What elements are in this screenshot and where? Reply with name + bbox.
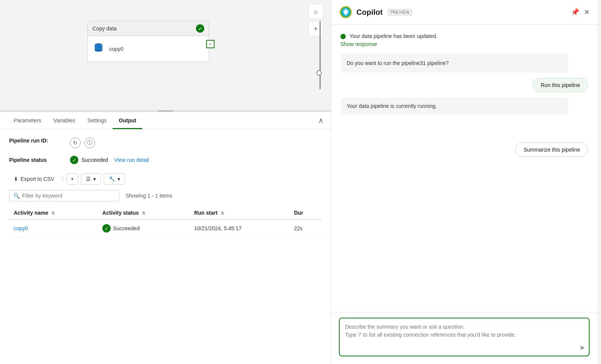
run-pipeline-question-text: Do you want to run the pipeline31 pipeli…: [347, 60, 449, 66]
pipeline-status-label: Pipeline status: [9, 157, 70, 163]
status-value: ✓ Succeeded View run detail: [70, 156, 149, 164]
sort-icon-activity-status[interactable]: ⇅: [142, 211, 145, 215]
run-pipeline-btn-label: Run this pipeline: [541, 82, 580, 88]
svg-point-2: [95, 49, 102, 52]
tab-variables[interactable]: Variables: [47, 112, 81, 129]
node-title: Copy data: [92, 25, 117, 32]
activity-status-cell: ✓ Succeeded: [98, 219, 189, 237]
col-activity-name: Activity name ⇅: [9, 207, 98, 219]
pipeline-status-row: Pipeline status ✓ Succeeded View run det…: [9, 156, 322, 164]
search-box: 🔍: [9, 190, 119, 201]
success-dot-icon: [340, 34, 346, 39]
status-text: Succeeded: [81, 157, 108, 163]
tab-settings[interactable]: Settings: [81, 112, 113, 129]
pin-button[interactable]: 📌: [571, 8, 579, 16]
collapse-panel-icon[interactable]: ∧: [318, 116, 323, 125]
copilot-header-actions: 📌 ✕: [571, 8, 590, 16]
tab-output[interactable]: Output: [113, 112, 142, 129]
canvas-area: Copy data ✓ copy0 ✓: [0, 0, 331, 110]
slider-track: [320, 21, 321, 89]
left-panel: Copy data ✓ copy0 ✓: [0, 0, 331, 364]
settings-wrench-button[interactable]: 🔧 ▾: [104, 173, 125, 185]
table-body: copy0 ✓ Succeeded 10/21/2024, 5:45:17 22…: [9, 219, 322, 237]
search-canvas-button[interactable]: ⌕: [308, 4, 323, 19]
vertical-slider: [318, 21, 321, 97]
chat-input-textarea[interactable]: [345, 323, 584, 350]
filter-group-button[interactable]: ☰ ▾: [81, 173, 101, 185]
summarize-btn-label: Summarize this pipeline: [523, 147, 580, 153]
database-icon: [92, 41, 105, 56]
bottom-panel: Parameters Variables Settings Output ∧ P…: [0, 112, 331, 364]
node-label: copy0: [109, 46, 123, 52]
copilot-header: Copilot PREVIEW 📌 ✕: [331, 0, 597, 25]
pin-icon: 📌: [571, 8, 579, 16]
filter-dropdown-icon: ▾: [93, 176, 96, 182]
export-dropdown-button[interactable]: ▾: [67, 173, 78, 185]
copilot-logo: [339, 5, 353, 19]
showing-items-text: Showing 1 - 1 items: [126, 193, 172, 199]
table-header-row: Activity name ⇅ Activity status ⇅ Run st…: [9, 207, 322, 219]
row-status-text: Succeeded: [113, 225, 140, 231]
node-body: copy0 ✓: [88, 36, 209, 62]
table-row: copy0 ✓ Succeeded 10/21/2024, 5:45:17 22…: [9, 219, 322, 237]
node-header: Copy data ✓: [88, 21, 209, 36]
search-input[interactable]: [22, 193, 115, 199]
chevron-down-icon: ▾: [71, 176, 73, 182]
search-icon: 🔍: [13, 193, 20, 199]
search-canvas-icon: ⌕: [314, 8, 318, 16]
row-status-icon: ✓: [102, 224, 111, 233]
search-row: 🔍 Showing 1 - 1 items: [9, 190, 322, 201]
copilot-panel: Copilot PREVIEW 📌 ✕ Your data pipeline h…: [331, 0, 597, 364]
bot-message-running: Your data pipeline is currently running.: [340, 98, 568, 114]
pipeline-run-id-actions: ↻ ⓘ: [70, 137, 95, 148]
status-success-icon: ✓: [70, 156, 78, 164]
view-run-detail-link[interactable]: View run detail: [114, 157, 149, 163]
col-activity-status: Activity status ⇅: [98, 207, 189, 219]
wrench-icon: 🔧: [109, 176, 115, 182]
chat-input-box: ➤: [339, 318, 590, 356]
bot-message-run-pipeline: Do you want to run the pipeline31 pipeli…: [340, 54, 568, 73]
pipeline-run-id-row: Pipeline run ID: ↻ ⓘ: [9, 137, 322, 148]
table-header: Activity name ⇅ Activity status ⇅ Run st…: [9, 207, 322, 219]
copilot-title: Copilot: [356, 8, 383, 17]
running-text: Your data pipeline is currently running.: [347, 103, 437, 109]
close-icon: ✕: [584, 8, 590, 16]
tab-parameters[interactable]: Parameters: [8, 112, 47, 129]
activity-table: Activity name ⇅ Activity status ⇅ Run st…: [9, 207, 322, 237]
run-pipeline-button[interactable]: Run this pipeline: [533, 78, 588, 92]
slider-thumb[interactable]: [316, 70, 322, 76]
wrench-dropdown-icon: ▾: [118, 176, 120, 182]
node-check-mark: ✓: [206, 40, 215, 48]
run-start-cell: 10/21/2024, 5:45:17: [189, 219, 289, 237]
svg-point-4: [344, 10, 348, 14]
download-icon: ⬇: [14, 176, 18, 182]
node-success-icon: ✓: [196, 24, 204, 33]
send-icon: ➤: [579, 344, 585, 351]
show-response-link[interactable]: Show response: [340, 41, 377, 47]
col-run-start: Run start ⇅: [189, 207, 289, 219]
sort-icon-run-start[interactable]: ⇅: [221, 211, 224, 215]
preview-badge: PREVIEW: [388, 9, 412, 15]
refresh-button[interactable]: ↻: [70, 138, 81, 148]
chat-input-area: ➤: [331, 312, 597, 364]
export-csv-label: Export to CSV: [21, 176, 54, 182]
info-button[interactable]: ⓘ: [84, 138, 95, 148]
send-button[interactable]: ➤: [579, 343, 585, 352]
col-duration: Dur: [289, 207, 322, 219]
toolbar-row: ⬇ Export to CSV | ▾ ☰ ▾ 🔧 ▾: [9, 173, 322, 185]
activity-name-cell[interactable]: copy0: [9, 219, 98, 237]
pipeline-run-id-label: Pipeline run ID:: [9, 137, 70, 145]
export-csv-button[interactable]: ⬇ Export to CSV: [9, 174, 59, 184]
duration-cell: 22s: [289, 219, 322, 237]
plus-icon: +: [314, 25, 318, 33]
pipeline-updated-text: Your data pipeline has been updated.: [350, 33, 437, 39]
summarize-pipeline-button[interactable]: Summarize this pipeline: [515, 142, 588, 157]
output-content: Pipeline run ID: ↻ ⓘ Pipeline status ✓ S…: [0, 129, 331, 364]
system-message-updated: Your data pipeline has been updated. Sho…: [340, 32, 588, 48]
toolbar-separator: |: [62, 176, 64, 182]
copy-data-node: Copy data ✓ copy0 ✓: [87, 21, 209, 62]
close-button[interactable]: ✕: [584, 8, 590, 16]
filter-icon: ☰: [86, 176, 91, 182]
chat-area: Your data pipeline has been updated. Sho…: [331, 25, 597, 312]
sort-icon-activity-name[interactable]: ⇅: [51, 211, 55, 215]
